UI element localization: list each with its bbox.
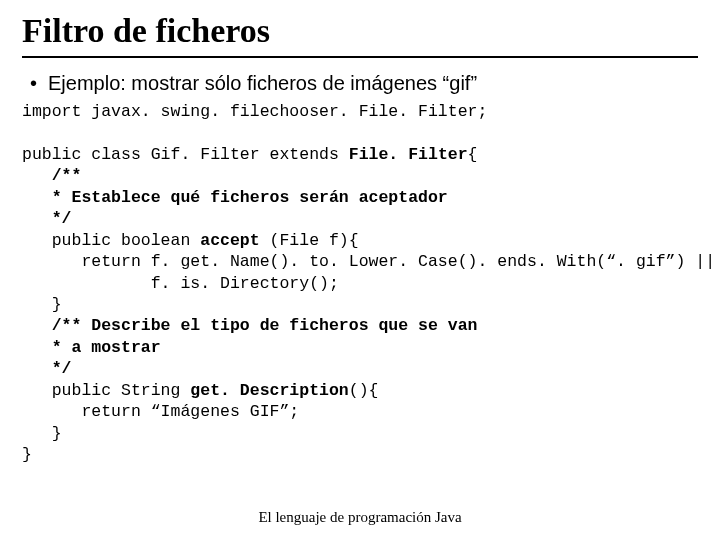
- code-line: (File f){: [260, 231, 359, 250]
- code-bold: * a mostrar: [22, 338, 161, 357]
- code-bold: * Establece qué ficheros serán aceptador: [22, 188, 448, 207]
- code-block: import javax. swing. filechooser. File. …: [22, 101, 698, 465]
- code-line: public String: [22, 381, 190, 400]
- code-line: public class Gif. Filter extends: [22, 145, 349, 164]
- code-bold: accept: [200, 231, 259, 250]
- code-line: import javax. swing. filechooser. File. …: [22, 102, 487, 121]
- code-line: {: [468, 145, 478, 164]
- code-line: }: [22, 445, 32, 464]
- code-bold: */: [22, 209, 72, 228]
- bullet-item: • Ejemplo: mostrar sólo ficheros de imág…: [30, 72, 698, 95]
- code-line: return “Imágenes GIF”;: [22, 402, 299, 421]
- title-rule: [22, 56, 698, 58]
- bullet-dot: •: [30, 72, 48, 95]
- code-line: public boolean: [22, 231, 200, 250]
- code-line: }: [22, 424, 62, 443]
- code-line: }: [22, 295, 62, 314]
- code-bold: /**: [22, 166, 81, 185]
- bullet-text: Ejemplo: mostrar sólo ficheros de imágen…: [48, 72, 477, 95]
- code-line: return f. get. Name(). to. Lower. Case()…: [22, 252, 715, 271]
- code-bold: /** Describe el tipo de ficheros que se …: [22, 316, 477, 335]
- code-bold: */: [22, 359, 72, 378]
- code-bold: get. Description: [190, 381, 348, 400]
- code-line: (){: [349, 381, 379, 400]
- slide-title: Filtro de ficheros: [22, 12, 698, 50]
- code-line: f. is. Directory();: [22, 274, 339, 293]
- code-bold: File. Filter: [349, 145, 468, 164]
- slide-footer: El lenguaje de programación Java: [0, 509, 720, 526]
